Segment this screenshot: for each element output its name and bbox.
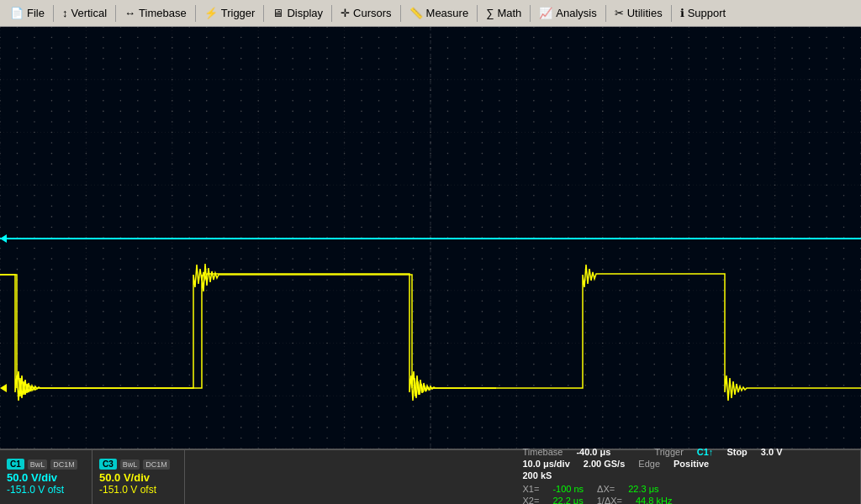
menu-support-label: Support bbox=[688, 7, 726, 19]
ch3-bwl-badge: BwL bbox=[120, 459, 140, 470]
svg-marker-2 bbox=[0, 384, 7, 392]
x2-value: 22.2 μs bbox=[552, 496, 583, 504]
menu-separator-5 bbox=[331, 5, 332, 22]
menu-utilities[interactable]: ✂ Utilities bbox=[608, 0, 669, 26]
menu-separator-4 bbox=[263, 5, 264, 22]
x1-label: X1= bbox=[523, 484, 540, 494]
menu-bar: 📄 File ↕ Vertical ↔ Timebase ⚡ Trigger 🖥… bbox=[0, 0, 861, 27]
menu-measure-label: Measure bbox=[426, 7, 469, 19]
menu-file[interactable]: 📄 File bbox=[3, 0, 51, 26]
ch1-offset: -151.0 V ofst bbox=[7, 484, 85, 496]
menu-support[interactable]: ℹ Support bbox=[673, 0, 733, 26]
menu-timebase-label: Timebase bbox=[139, 7, 187, 19]
ch3-dc1m-badge: DC1M bbox=[143, 459, 170, 470]
ch1-badge: C1 bbox=[7, 459, 24, 470]
support-icon: ℹ bbox=[680, 7, 684, 19]
cursors-icon: ✛ bbox=[341, 7, 350, 19]
ch3-voltage-div: 50.0 V/div bbox=[99, 471, 177, 484]
vertical-icon: ↕ bbox=[62, 7, 68, 19]
menu-separator-6 bbox=[400, 5, 401, 22]
menu-separator-2 bbox=[115, 5, 116, 22]
svg-marker-1 bbox=[0, 234, 7, 243]
menu-trigger-label: Trigger bbox=[221, 7, 256, 19]
menu-timebase[interactable]: ↔ Timebase bbox=[118, 0, 193, 26]
menu-vertical-label: Vertical bbox=[71, 7, 107, 19]
analysis-icon: 📈 bbox=[539, 7, 552, 19]
coupling: Positive bbox=[673, 459, 709, 469]
menu-analysis-label: Analysis bbox=[556, 7, 596, 19]
menu-trigger[interactable]: ⚡ Trigger bbox=[198, 0, 262, 26]
dx-value: 22.3 μs bbox=[628, 484, 658, 494]
div-value: 10.0 μs/div bbox=[523, 459, 570, 469]
file-icon: 📄 bbox=[10, 7, 24, 19]
acquisition: 2.00 GS/s bbox=[584, 459, 626, 469]
scope-screen bbox=[0, 27, 861, 449]
menu-cursors-label: Cursors bbox=[353, 7, 392, 19]
status-spacer bbox=[185, 450, 513, 504]
menu-separator-1 bbox=[53, 5, 54, 22]
timebase-icon: ↔ bbox=[124, 7, 135, 19]
menu-math[interactable]: ∑ Math bbox=[479, 0, 528, 26]
inv-dx-label: 1/ΔX= bbox=[597, 496, 622, 504]
sample-rate: 200 kS bbox=[523, 470, 552, 480]
menu-utilities-label: Utilities bbox=[627, 7, 663, 19]
timebase-info: Timebase -40.0 μs Trigger C1↑ Stop 3.0 V… bbox=[513, 450, 862, 504]
ch1-voltage-div: 50.0 V/div bbox=[7, 471, 85, 484]
menu-vertical[interactable]: ↕ Vertical bbox=[55, 0, 114, 26]
measure-icon: 📏 bbox=[409, 7, 423, 19]
menu-cursors[interactable]: ✛ Cursors bbox=[334, 0, 399, 26]
ch3-badge: C3 bbox=[99, 459, 117, 470]
menu-separator-10 bbox=[671, 5, 672, 22]
inv-dx-value: 44.8 kHz bbox=[636, 496, 672, 504]
menu-separator-8 bbox=[530, 5, 531, 22]
menu-separator-7 bbox=[477, 5, 478, 22]
channel-3-info: C3 BwL DC1M 50.0 V/div -151.0 V ofst bbox=[92, 450, 185, 504]
menu-display[interactable]: 🖥 Display bbox=[266, 0, 330, 26]
math-icon: ∑ bbox=[486, 7, 494, 19]
menu-display-label: Display bbox=[287, 7, 323, 19]
ch3-offset: -151.0 V ofst bbox=[99, 484, 177, 496]
channel-1-info: C1 BwL DC1M 50.0 V/div -151.0 V ofst bbox=[0, 450, 92, 504]
x1-value: -100 ns bbox=[552, 484, 584, 494]
menu-analysis[interactable]: 📈 Analysis bbox=[532, 0, 603, 26]
menu-separator-9 bbox=[605, 5, 606, 22]
status-bar: C1 BwL DC1M 50.0 V/div -151.0 V ofst C3 … bbox=[0, 449, 861, 504]
menu-math-label: Math bbox=[497, 7, 521, 19]
trigger-icon: ⚡ bbox=[204, 7, 218, 19]
ch1-dc1m-badge: DC1M bbox=[50, 459, 77, 470]
waveform-svg bbox=[0, 27, 861, 449]
dx-label: ΔX= bbox=[597, 484, 615, 494]
utilities-icon: ✂ bbox=[615, 7, 624, 19]
edge-label: Edge bbox=[638, 459, 660, 469]
display-icon: 🖥 bbox=[272, 7, 283, 19]
menu-separator-3 bbox=[195, 5, 196, 22]
x2-label: X2= bbox=[523, 496, 540, 504]
menu-measure[interactable]: 📏 Measure bbox=[403, 0, 476, 26]
menu-file-label: File bbox=[27, 7, 45, 19]
ch1-bwl-badge: BwL bbox=[28, 459, 48, 470]
